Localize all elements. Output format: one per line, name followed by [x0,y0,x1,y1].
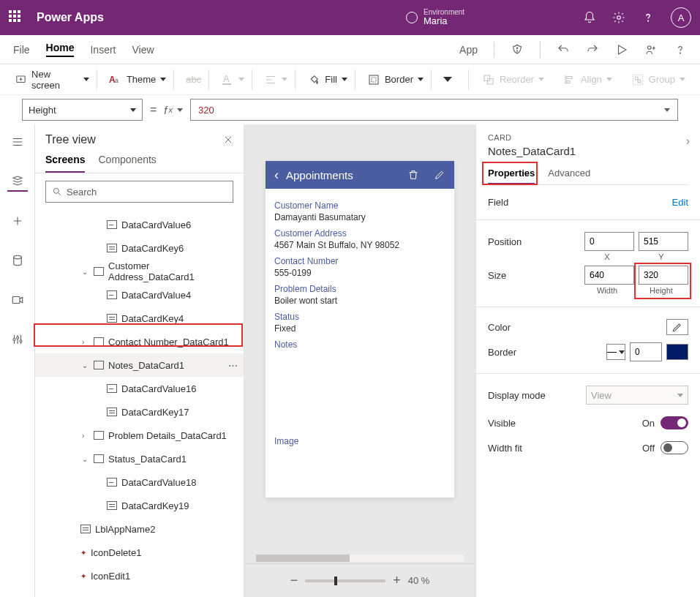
app-preview[interactable]: ‹ Appointments Customer NameDamayanti Ba… [266,161,454,497]
rail-media[interactable] [7,290,28,310]
chevron-down-icon [130,108,136,112]
font-button: abc [186,74,201,85]
tree-item[interactable]: LblAppName2 [35,517,244,541]
tree-item[interactable]: DataCardKey6 [35,236,244,260]
redo-icon[interactable] [586,43,599,56]
property-selector[interactable]: Height [22,99,143,121]
edit-icon[interactable] [434,169,445,181]
help-icon[interactable] [641,11,655,24]
svg-point-22 [16,337,18,339]
chevron-right-icon[interactable]: › [686,135,690,148]
tree-item-label: DataCardValue16 [121,383,196,394]
size-width-input[interactable] [584,266,634,285]
more-formatting-button[interactable] [443,77,452,82]
tab-components[interactable]: Components [98,154,156,173]
size-height-input[interactable] [639,266,688,285]
settings-icon[interactable] [612,11,625,24]
border-color-swatch[interactable] [666,344,688,360]
play-icon[interactable] [615,43,628,56]
group-button: Group [631,73,685,86]
display-mode-value: View [591,390,611,401]
position-x-input[interactable] [584,232,634,251]
undo-icon[interactable] [557,43,570,56]
tree-item[interactable]: ›Problem Details_DataCard1 [35,424,244,447]
tree-item[interactable]: ⌄Customer Address_DataCard1 [35,260,244,283]
border-style-picker[interactable] [606,344,625,360]
canvas-horizontal-scrollbar[interactable] [256,555,464,562]
tab-screens[interactable]: Screens [45,154,85,173]
fx-label[interactable]: fx [164,104,183,116]
tree-item[interactable]: DataCardKey17 [35,400,244,424]
chevron-right-icon[interactable]: › [82,338,89,346]
menu-home[interactable]: Home [46,42,75,57]
svg-rect-18 [638,80,641,83]
search-input[interactable]: Search [45,181,233,203]
share-icon[interactable] [644,43,658,56]
widthfit-toggle[interactable] [661,441,688,454]
rail-tree-view[interactable] [7,171,28,192]
color-swatch[interactable] [666,319,688,335]
theme-button[interactable]: Aa Theme [109,73,166,86]
edit-field-link[interactable]: Edit [672,197,688,208]
chevron-right-icon[interactable]: › [82,432,89,440]
chevron-down-icon [680,78,685,81]
menu-app[interactable]: App [459,44,478,56]
delete-icon[interactable] [407,169,419,181]
tree-item[interactable]: ✦IconEdit1 [35,564,244,587]
theme-label: Theme [127,74,156,85]
new-screen-label: New screen [31,69,79,91]
tree-item[interactable]: DataCardValue6 [35,213,244,236]
fill-button[interactable]: Fill [307,73,347,86]
tree-item[interactable]: ⌄Notes_DataCard1⋯ [35,353,244,377]
rail-advanced-tools[interactable] [7,329,28,350]
tree-item[interactable]: ›Contact Number_DataCard1 [35,330,244,353]
border-prop-label: Border [488,347,606,358]
new-screen-button[interactable]: New screen [15,69,89,91]
tree-item-label: DataCardKey6 [121,243,184,254]
tree-item-label: Customer Address_DataCard1 [108,260,238,282]
notifications-icon[interactable] [583,11,596,24]
menu-divider [540,42,541,58]
help-menu-icon[interactable] [674,43,687,56]
chevron-down-icon[interactable]: ⌄ [82,455,89,463]
display-mode-label: Display mode [488,390,586,401]
tree-item[interactable]: DataCardValue18 [35,470,244,494]
position-y-input[interactable] [639,232,688,251]
more-icon[interactable]: ⋯ [228,360,238,371]
tree-item[interactable]: DataCardKey19 [35,494,244,517]
tree-item[interactable]: DataCardValue4 [35,283,244,307]
tree-item[interactable]: ⌄Status_DataCard1 [35,447,244,470]
user-avatar[interactable]: A [671,7,691,28]
visible-toggle[interactable] [661,416,688,429]
border-button[interactable]: Border [367,73,424,86]
rail-insert[interactable] [7,211,28,231]
chevron-down-icon[interactable]: ⌄ [82,361,89,369]
tree-item[interactable]: DataCardKey4 [35,307,244,330]
formula-input[interactable]: 320 [190,99,678,121]
menu-insert[interactable]: Insert [90,44,116,56]
chevron-down-icon[interactable]: ⌄ [82,268,89,276]
rail-data[interactable] [7,250,28,271]
close-icon[interactable] [223,135,233,145]
back-icon[interactable]: ‹ [274,168,279,183]
rail-hamburger[interactable] [7,132,28,152]
tab-properties[interactable]: Properties [488,168,535,184]
app-launcher-icon[interactable] [9,10,23,25]
svg-rect-11 [372,78,376,82]
border-width-input[interactable] [630,342,662,361]
tree-item[interactable]: ✦IconDelete1 [35,541,244,564]
tree-body[interactable]: DataCardValue6DataCardKey6⌄Customer Addr… [35,210,244,597]
tree-item[interactable]: DataCardValue16 [35,377,244,400]
tab-advanced[interactable]: Advanced [548,168,590,184]
chevron-down-icon [238,78,244,81]
zoom-slider[interactable] [305,579,385,582]
control-icon [107,384,117,393]
environment-picker[interactable]: Environment Maria [406,8,464,26]
formula-value: 320 [198,105,214,116]
zoom-in-button[interactable]: + [393,573,401,588]
zoom-out-button[interactable]: − [290,573,298,588]
app-checker-icon[interactable] [511,43,524,56]
menu-view[interactable]: View [132,44,154,56]
font-color-icon: A [221,73,234,86]
menu-file[interactable]: File [13,44,30,56]
